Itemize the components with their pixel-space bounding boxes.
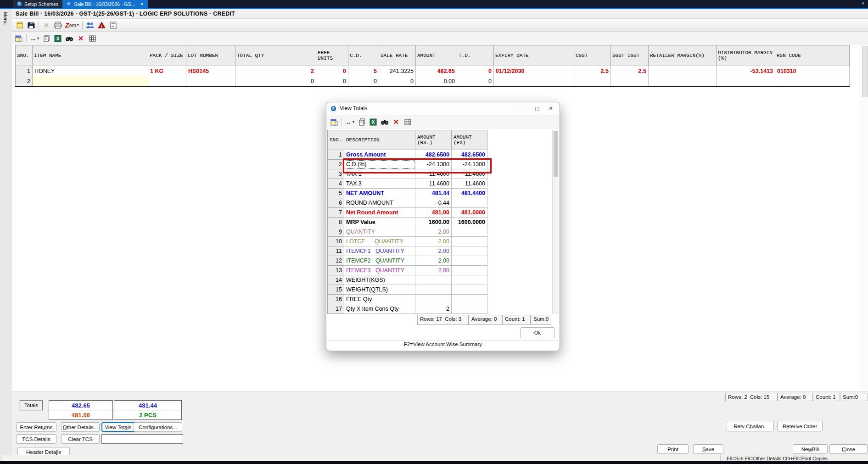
- find-binoculars-icon[interactable]: [381, 117, 389, 127]
- print-button[interactable]: Print: [657, 444, 689, 454]
- amount-ex-cell[interactable]: [452, 227, 487, 237]
- row-number[interactable]: 14: [328, 275, 344, 285]
- description-cell[interactable]: ITEMCF3 QUANTITY: [344, 266, 415, 275]
- grid-cell[interactable]: 0: [316, 76, 348, 87]
- amount-ex-cell[interactable]: [452, 275, 487, 285]
- scrollbar-thumb[interactable]: [554, 131, 558, 177]
- grid-cell[interactable]: 0.00: [416, 76, 457, 87]
- tab-setup-schemes[interactable]: Setup Schemes: [13, 0, 62, 8]
- close-button[interactable]: Close: [829, 444, 868, 454]
- column-header[interactable]: AMOUNT (RS.): [415, 130, 452, 150]
- users-icon[interactable]: [86, 21, 95, 30]
- row-number[interactable]: 2: [16, 76, 33, 87]
- column-header[interactable]: PACK / SIZE: [148, 45, 186, 66]
- form-details-icon[interactable]: [109, 21, 118, 30]
- column-header[interactable]: DISTRIBUTOR MARGIN (%): [717, 45, 775, 66]
- grid-cell[interactable]: 0: [379, 76, 416, 87]
- description-cell[interactable]: ROUND AMOUNT: [344, 198, 415, 208]
- amount-rs-cell[interactable]: 1600.00: [415, 218, 452, 227]
- column-header[interactable]: TOTAL QTY: [235, 45, 316, 66]
- grid-cell[interactable]: 2: [235, 66, 316, 76]
- configurations-button[interactable]: Configurations...: [134, 422, 182, 432]
- column-header[interactable]: SALE RATE: [379, 45, 416, 66]
- grid-cell[interactable]: HS0145: [186, 66, 235, 76]
- row-number[interactable]: 9: [328, 227, 344, 237]
- grid-cell[interactable]: 0: [348, 76, 379, 87]
- description-cell[interactable]: MRP Value: [344, 218, 415, 227]
- amount-rs-cell[interactable]: 481.00: [415, 208, 452, 218]
- amount-rs-cell[interactable]: -0.44: [415, 198, 452, 208]
- amount-ex-cell[interactable]: [452, 198, 487, 208]
- save-icon[interactable]: [27, 21, 35, 30]
- grid-cell[interactable]: 0: [235, 76, 316, 87]
- description-cell[interactable]: QUANTITY: [344, 227, 415, 237]
- amount-rs-cell[interactable]: 11.4600: [415, 169, 452, 179]
- description-cell[interactable]: Net Round Amount: [344, 208, 415, 218]
- column-header[interactable]: SNO.: [328, 130, 344, 150]
- copy-icon[interactable]: [358, 117, 366, 127]
- grid-cell[interactable]: HONEY: [33, 66, 148, 76]
- delete-row-icon[interactable]: ✕: [392, 117, 400, 127]
- grid-cell[interactable]: [494, 76, 574, 87]
- column-header[interactable]: DESCRIPTION: [344, 130, 415, 150]
- grid-cell[interactable]: 5: [348, 66, 379, 76]
- description-cell[interactable]: TAX 1: [344, 169, 415, 179]
- column-header[interactable]: CGST: [574, 45, 611, 66]
- notepad-icon[interactable]: [330, 117, 338, 127]
- grid-cell[interactable]: 01/12/2030: [494, 66, 574, 76]
- menu-strip[interactable]: Menu: [0, 9, 12, 462]
- amount-ex-cell[interactable]: 481.0000: [452, 208, 487, 218]
- totals-grid[interactable]: SNO.DESCRIPTIONAMOUNT (RS.)AMOUNT (EX)1G…: [327, 130, 487, 314]
- amount-rs-cell[interactable]: 2.00: [415, 227, 452, 237]
- grid-settings-icon[interactable]: [88, 34, 96, 43]
- grid-cell[interactable]: 0: [316, 66, 348, 76]
- column-resize-icon[interactable]: ↔▾: [30, 34, 39, 43]
- grid-cell[interactable]: [574, 76, 611, 87]
- grid-cell[interactable]: 0: [457, 66, 494, 76]
- minimize-icon[interactable]: —: [515, 103, 529, 113]
- tab-sale-bill[interactable]: Sale Bill - 16/03/2026 - GS... ✕: [62, 0, 148, 8]
- grid-cell[interactable]: -53.1413: [717, 66, 775, 76]
- excel-export-icon[interactable]: X: [369, 117, 377, 127]
- grid-cell[interactable]: 241.3225: [379, 66, 416, 76]
- row-number[interactable]: 3: [328, 169, 344, 179]
- tab-overflow-icon[interactable]: ▾: [862, 0, 864, 6]
- amount-rs-cell[interactable]: -24.1300: [415, 160, 452, 169]
- amount-ex-cell[interactable]: 1600.0000: [452, 218, 487, 227]
- close-icon[interactable]: ✕: [544, 103, 558, 113]
- amount-rs-cell[interactable]: 481.44: [415, 189, 452, 198]
- amount-rs-cell[interactable]: [415, 285, 452, 295]
- find-binoculars-icon[interactable]: [65, 34, 73, 43]
- description-cell[interactable]: TAX 3: [344, 179, 415, 189]
- grid-settings-icon[interactable]: [403, 117, 412, 127]
- tcs-details-button[interactable]: TCS Details: [16, 434, 56, 444]
- copy-icon[interactable]: [42, 34, 50, 43]
- amount-rs-cell[interactable]: 11.4600: [415, 179, 452, 189]
- grid-cell[interactable]: [775, 76, 850, 87]
- amount-ex-cell[interactable]: 11.4600: [452, 169, 487, 179]
- row-number[interactable]: 16: [328, 295, 344, 304]
- row-number[interactable]: 5: [328, 189, 344, 198]
- column-header[interactable]: C.D.: [348, 45, 379, 66]
- tcs-value-field[interactable]: [101, 434, 183, 444]
- amount-ex-cell[interactable]: [452, 237, 487, 246]
- dialog-vertical-scrollbar[interactable]: [552, 130, 559, 314]
- description-cell[interactable]: ITEMCF1 QUANTITY: [344, 246, 415, 256]
- new-bill-button[interactable]: New Bill: [793, 444, 828, 454]
- row-number[interactable]: 15: [328, 285, 344, 295]
- retv-challan-button[interactable]: Retv Challan..: [727, 421, 774, 431]
- description-cell[interactable]: FREE Qty: [344, 295, 415, 304]
- description-cell[interactable]: WEIGHT(QTLS): [344, 285, 415, 295]
- row-number[interactable]: 12: [328, 256, 344, 266]
- row-number[interactable]: 4: [328, 179, 344, 189]
- scrollbar-thumb[interactable]: [862, 46, 868, 97]
- grid-cell[interactable]: 2.5: [574, 66, 611, 76]
- grid-cell[interactable]: 1 KG: [148, 66, 186, 76]
- amount-rs-cell[interactable]: 482.6500: [415, 150, 452, 160]
- grid-cell[interactable]: [649, 66, 717, 76]
- column-header[interactable]: ITEM NAME: [33, 45, 148, 66]
- other-details-button[interactable]: Other Details...: [61, 422, 100, 432]
- ok-button[interactable]: Ok: [520, 327, 555, 338]
- tab-close-icon[interactable]: ✕: [140, 2, 144, 6]
- row-number[interactable]: 6: [328, 198, 344, 208]
